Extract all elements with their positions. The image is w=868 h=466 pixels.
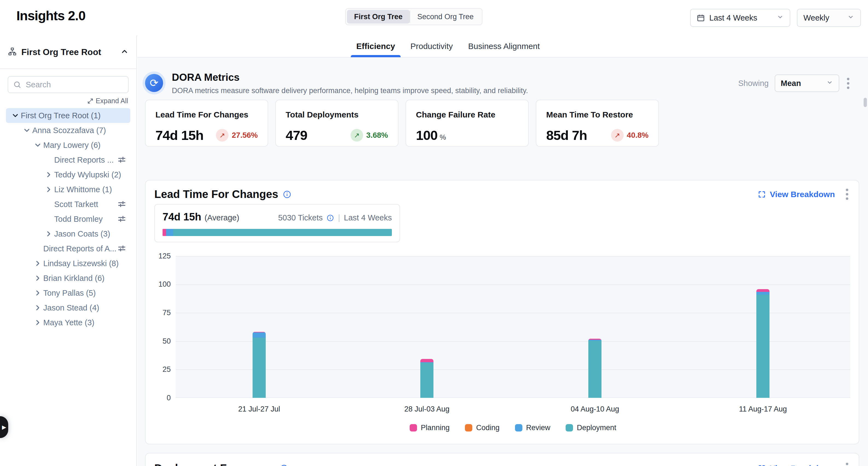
sidebar-collapse-handle[interactable]: ▶ <box>0 416 8 438</box>
main-area: Efficiency Productivity Business Alignme… <box>137 36 868 466</box>
showing-controls: Showing Mean <box>738 75 851 92</box>
filter-sliders-icon[interactable] <box>117 214 126 224</box>
chevron-right-icon[interactable] <box>43 230 54 238</box>
view-breakdown-button[interactable]: View Breakdown <box>758 464 835 466</box>
tree-item-anna-scozzafava[interactable]: Anna Scozzafava (7) <box>6 123 130 138</box>
deployment-frequency-title: Deployment Frequency <box>154 462 288 466</box>
search-input[interactable] <box>25 80 123 90</box>
metric-card-lead-time: Lead Time For Changes 74d 15h ↗ 27.56% <box>145 100 268 147</box>
expand-corners-icon <box>758 464 766 466</box>
dora-kebab-menu[interactable] <box>845 76 851 91</box>
tab-business-alignment[interactable]: Business Alignment <box>468 35 540 57</box>
chart-legend: Planning Coding Review Deployment <box>176 424 850 432</box>
info-icon[interactable] <box>283 190 291 199</box>
dashboard-content: ⟳ DORA Metrics DORA metrics measure soft… <box>137 58 868 466</box>
chevron-right-icon[interactable] <box>32 274 43 282</box>
chevron-right-icon[interactable] <box>43 185 54 194</box>
bar-04aug-10aug[interactable] <box>588 339 601 398</box>
lead-time-kebab-menu[interactable] <box>844 187 850 202</box>
review-swatch <box>515 424 522 432</box>
expand-corners-icon <box>758 190 766 199</box>
legend-deployment[interactable]: Deployment <box>566 424 616 432</box>
tree-item-direct-reports[interactable]: Direct Reports ... <box>6 152 130 167</box>
filter-sliders-icon[interactable] <box>117 155 126 165</box>
dora-cycle-icon: ⟳ <box>145 74 163 92</box>
trend-up-arrow-icon: ↗ <box>611 129 624 142</box>
legend-review[interactable]: Review <box>515 424 551 432</box>
tree-item-direct-reports-of-a[interactable]: Direct Reports of A... <box>6 241 130 256</box>
chevron-down-icon[interactable] <box>10 111 21 120</box>
expand-all-button[interactable]: Expand All <box>0 93 136 107</box>
org-tree-toggle: First Org Tree Second Org Tree <box>345 8 483 25</box>
dora-section-description: DORA metrics measure software delivery p… <box>172 87 528 95</box>
sidebar-search[interactable] <box>8 76 129 93</box>
info-icon[interactable] <box>327 214 334 222</box>
collapse-chevron-up-icon[interactable] <box>120 47 129 57</box>
review-segment <box>166 229 174 236</box>
lead-time-card: Lead Time For Changes View Breakdown 74d… <box>145 180 859 444</box>
aggregation-select[interactable]: Mean <box>775 75 839 92</box>
tree-item-jason-stead[interactable]: Jason Stead (4) <box>6 300 130 315</box>
tree-item-liz-whittome[interactable]: Liz Whittome (1) <box>6 182 130 197</box>
view-breakdown-button[interactable]: View Breakdown <box>758 190 835 199</box>
tree-item-brian-kirkland[interactable]: Brian Kirkland (6) <box>6 271 130 286</box>
chevron-down-icon[interactable] <box>21 126 32 135</box>
chevron-down-icon[interactable] <box>32 141 43 149</box>
granularity-value: Weekly <box>803 13 829 23</box>
toggle-second-org-tree[interactable]: Second Org Tree <box>410 10 481 24</box>
lead-time-chart-plot <box>176 256 850 398</box>
showing-label: Showing <box>738 79 769 88</box>
legend-coding[interactable]: Coding <box>465 424 500 432</box>
chevron-right-icon[interactable] <box>32 318 43 327</box>
date-range-select[interactable]: Last 4 Weeks <box>690 9 790 27</box>
coding-swatch <box>465 424 472 432</box>
phase-distribution-bar <box>162 229 392 236</box>
deployment-frequency-kebab-menu[interactable] <box>844 461 850 466</box>
top-header: Insights 2.0 First Org Tree Second Org T… <box>0 0 868 36</box>
bar-21jul-27jul[interactable] <box>253 332 266 398</box>
metric-card-change-failure-rate: Change Failure Rate 100 % <box>406 100 529 147</box>
bar-11aug-17aug[interactable] <box>756 289 770 398</box>
granularity-select[interactable]: Weekly <box>797 9 861 27</box>
info-icon[interactable] <box>280 464 288 466</box>
filter-sliders-icon[interactable] <box>117 200 126 209</box>
chevron-down-icon <box>826 79 833 88</box>
tab-efficiency[interactable]: Efficiency <box>356 35 395 57</box>
metric-card-mean-time-to-restore: Mean Time To Restore 85d 7h ↗ 40.8% <box>536 100 659 147</box>
deployment-segment <box>173 229 392 236</box>
bar-28jul-03aug[interactable] <box>420 359 433 398</box>
tree-item-todd-bromley[interactable]: Todd Bromley <box>6 212 130 227</box>
tree-item-lindsay-liszewski[interactable]: Lindsay Liszewski (8) <box>6 256 130 271</box>
trend-badge: ↗ 40.8% <box>611 129 649 142</box>
tree-item-maya-yette[interactable]: Maya Yette (3) <box>6 315 130 330</box>
expand-arrows-icon <box>87 98 94 104</box>
dora-section-title: DORA Metrics <box>172 72 240 83</box>
tree-item-mary-lowery[interactable]: Mary Lowery (6) <box>6 138 130 152</box>
metric-card-total-deployments: Total Deployments 479 ↗ 3.68% <box>275 100 398 147</box>
tree-item-tony-pallas[interactable]: Tony Pallas (5) <box>6 286 130 300</box>
lead-time-title: Lead Time For Changes <box>154 188 291 200</box>
tree-item-first-org-tree-root[interactable]: First Org Tree Root (1) <box>6 108 130 123</box>
chevron-right-icon[interactable] <box>32 259 43 267</box>
tab-productivity[interactable]: Productivity <box>410 35 453 57</box>
sidebar-header[interactable]: First Org Tree Root <box>0 36 136 69</box>
tree-item-scott-tarkett[interactable]: Scott Tarkett <box>6 197 130 212</box>
metric-value: 74d 15h <box>155 127 203 143</box>
app-title: Insights 2.0 <box>17 8 85 23</box>
chevron-right-icon[interactable] <box>43 171 54 179</box>
vertical-scrollbar-thumb[interactable] <box>864 98 867 107</box>
org-chart-icon <box>8 47 17 57</box>
filter-sliders-icon[interactable] <box>117 244 126 253</box>
tree-item-jason-coats[interactable]: Jason Coats (3) <box>6 227 130 241</box>
trend-badge: ↗ 27.56% <box>216 129 258 142</box>
metric-value: 85d 7h <box>546 127 587 143</box>
planning-segment <box>162 229 166 236</box>
tree-item-teddy-wylupski[interactable]: Teddy Wylupski (2) <box>6 167 130 182</box>
tab-bar: Efficiency Productivity Business Alignme… <box>137 36 868 58</box>
chevron-right-icon[interactable] <box>32 303 43 312</box>
chevron-down-icon <box>777 13 784 23</box>
chevron-right-icon[interactable] <box>32 289 43 297</box>
legend-planning[interactable]: Planning <box>410 424 450 432</box>
toggle-first-org-tree[interactable]: First Org Tree <box>347 10 410 24</box>
app-window: Insights 2.0 First Org Tree Second Org T… <box>0 0 868 466</box>
